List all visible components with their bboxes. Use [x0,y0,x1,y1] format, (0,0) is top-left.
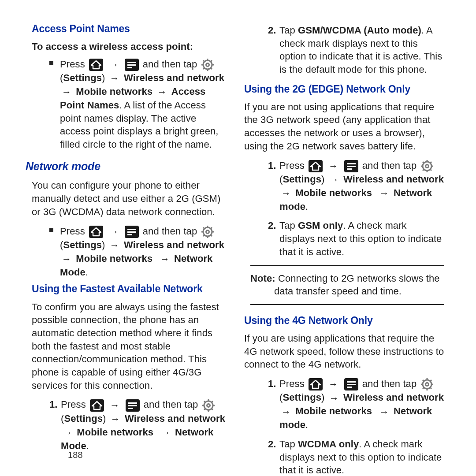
auto-steps: Tap GSM/WCDMA (Auto mode). A check mark … [268,24,444,76]
settings-label: Settings [283,174,321,185]
menu-icon [344,378,359,391]
arrow-icon: → [281,405,291,419]
g4-steps: Press → and then tap (Settings) → Wirele… [268,377,444,476]
arrow-icon: → [109,58,119,71]
wireless-network: Wireless and network [124,72,224,83]
menu-icon [124,58,139,71]
gear-icon [420,378,434,391]
heading-4g-only: Using the 4G Network Only [244,314,444,327]
wireless-network: Wireless and network [343,392,444,403]
arrow-icon: → [109,225,119,238]
arrow-icon: → [329,392,339,405]
home-icon [308,378,323,391]
wireless-network: Wireless and network [125,413,225,424]
and-then-tap: and then tap [362,160,417,171]
note-label: Note: [250,273,275,284]
tap-label: Tap [279,439,298,450]
gear-icon [201,58,214,71]
fastest-step-1: Press → and then tap (Settings) → Wirele… [49,398,226,452]
gsm-only-bold: GSM only [298,220,343,231]
apn-step: Press → and then tap (Settings) → Wirele… [49,58,226,151]
arrow-icon: → [157,86,167,99]
heading-fastest-network: Using the Fastest Available Network [32,282,226,296]
mobile-networks: Mobile networks [295,187,372,198]
arrow-icon: → [111,413,120,426]
note-block: Note: Connecting to 2G networks slows th… [250,272,444,298]
home-icon [89,225,104,238]
apn-steps: Press → and then tap (Settings) → Wirele… [49,58,226,151]
settings-label: Settings [283,392,321,403]
divider [250,265,444,266]
nm-step: Press → and then tap (Settings) → Wirele… [49,225,226,279]
arrow-icon: → [329,173,339,186]
mobile-networks: Mobile networks [76,253,152,264]
home-icon [308,160,323,173]
heading-network-mode: Network mode [26,159,226,174]
arrow-icon: → [379,187,389,200]
home-icon [89,399,104,412]
right-column: Tap GSM/WCDMA (Auto mode). A check mark … [250,22,444,476]
tap-label: Tap [279,220,298,231]
press-label: Press [60,59,85,70]
wcdma-only-bold: WCDMA only [298,439,359,450]
fastest-para: To confirm you are always using the fast… [32,301,226,392]
arrow-icon: → [110,72,119,85]
menu-icon [124,225,139,238]
apn-lead: To access a wireless access point: [32,40,226,53]
settings-label: Settings [63,239,102,250]
arrow-icon: → [161,426,171,439]
press-label: Press [60,226,85,237]
note-text: Connecting to 2G networks slows the data… [274,273,440,297]
and-then-tap: and then tap [143,59,197,70]
mobile-networks: Mobile networks [295,405,372,416]
and-then-tap: and then tap [143,226,197,237]
auto-step-2: Tap GSM/WCDMA (Auto mode). A check mark … [268,24,444,76]
g4-step-2: Tap WCDMA only. A check mark displays ne… [268,438,444,476]
mobile-networks: Mobile networks [77,427,153,438]
arrow-icon: → [63,426,72,439]
tap-label: Tap [279,25,298,36]
edge-para: If you are not using applications that r… [244,100,444,153]
arrow-icon: → [110,239,119,252]
edge-steps: Press → and then tap (Settings) → Wirele… [268,159,444,259]
mobile-networks: Mobile networks [76,86,152,97]
arrow-icon: → [62,253,71,266]
arrow-icon: → [110,399,119,412]
arrow-icon: → [281,187,291,200]
gear-icon [202,399,215,412]
arrow-icon: → [62,86,71,99]
manual-page: Access Point Names To access a wireless … [0,0,476,476]
menu-icon [344,160,359,173]
press-label: Press [279,378,305,389]
fastest-steps: Press → and then tap (Settings) → Wirele… [49,398,226,452]
page-number: 188 [68,449,83,461]
arrow-icon: → [379,405,389,419]
heading-2g-edge: Using the 2G (EDGE) Network Only [244,82,444,96]
g4-step-1: Press → and then tap (Settings) → Wirele… [268,377,444,431]
settings-label: Settings [64,413,103,424]
settings-label: Settings [63,72,102,83]
arrow-icon: → [328,160,338,173]
wireless-network: Wireless and network [343,174,444,185]
home-icon [89,58,104,71]
edge-step-1: Press → and then tap (Settings) → Wirele… [268,159,444,213]
gear-icon [201,225,214,238]
arrow-icon: → [160,253,170,266]
wireless-network: Wireless and network [124,239,224,250]
menu-icon [125,399,140,412]
press-label: Press [61,399,86,410]
g4-para: If you are using applications that requi… [244,332,444,371]
and-then-tap: and then tap [362,378,417,389]
and-then-tap: and then tap [144,399,198,410]
left-column: Access Point Names To access a wireless … [32,22,226,476]
nm-steps: Press → and then tap (Settings) → Wirele… [49,225,226,279]
press-label: Press [279,160,305,171]
gear-icon [420,160,434,173]
heading-access-point-names: Access Point Names [32,22,226,36]
auto-mode-bold: GSM/WCDMA (Auto mode) [298,25,421,36]
network-mode-para: You can configure your phone to either m… [32,179,226,218]
arrow-icon: → [328,378,338,391]
edge-step-2: Tap GSM only. A check mark displays next… [268,219,444,258]
divider [250,304,444,305]
